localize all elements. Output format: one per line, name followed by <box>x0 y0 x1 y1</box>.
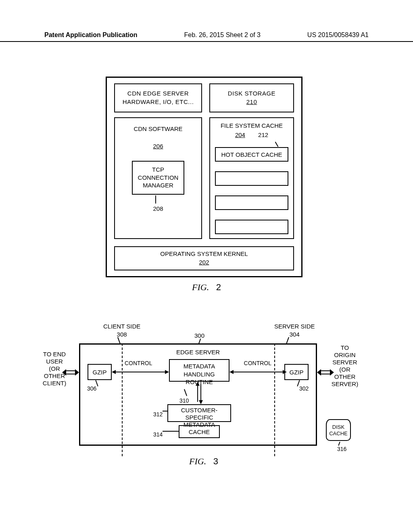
header-right: US 2015/0058439 A1 <box>307 31 369 39</box>
page-header: Patent Application Publication Feb. 26, … <box>0 31 413 42</box>
ref-306: 306 <box>87 385 96 392</box>
os-kernel-label: OPERATING SYSTEM KERNEL <box>115 249 293 258</box>
tcp-ref-leader <box>155 195 156 204</box>
fig3-caption-num: 3 <box>213 456 218 466</box>
os-kernel-ref: 202 <box>115 258 293 266</box>
fig2-caption-prefix: FIG. <box>192 282 209 292</box>
client-side-label: CLIENT SIDE 308 <box>103 322 140 338</box>
cache-box: CACHE <box>179 425 220 438</box>
svg-marker-4 <box>229 370 234 374</box>
cdn-software-label: CDN SOFTWARE <box>115 125 201 132</box>
control-left-arrow-icon <box>112 366 169 378</box>
toend-l5: CLIENT) <box>32 380 77 387</box>
mhr-l1: METADATA <box>170 362 229 370</box>
ref-302: 302 <box>299 385 309 392</box>
toorig-l4: (OR <box>327 366 363 373</box>
toorig-l6: SERVER) <box>327 380 363 388</box>
gzip-client-box: GZIP <box>88 364 112 380</box>
figure-3: CLIENT SIDE 308 SERVER SIDE 304 300 EDGE… <box>44 314 363 472</box>
fig3-caption: FIG. 3 <box>44 456 363 467</box>
tcp-ref: 208 <box>115 205 201 212</box>
tcp-l2: CONNECTION <box>133 174 184 182</box>
hw-line2: HARDWARE, I/O, ETC... <box>115 98 201 106</box>
to-end-user-label: TO END USER (OR OTHER CLIENT) <box>32 351 77 387</box>
ref-312: 312 <box>153 411 163 418</box>
hot-object-cache-box: HOT OBJECT CACHE <box>215 147 288 162</box>
figure-2: CDN EDGE SERVER HARDWARE, I/O, ETC... DI… <box>106 77 302 277</box>
client-side-ref: 308 <box>103 330 140 339</box>
leader-316 <box>338 442 340 446</box>
disk-storage-box: DISK STORAGE 210 <box>209 83 294 112</box>
csm-l1: CUSTOMER-SPECIFIC <box>168 407 230 421</box>
leader-310 <box>184 389 187 396</box>
header-center: Feb. 26, 2015 Sheet 2 of 3 <box>184 31 260 39</box>
svg-marker-8 <box>196 382 200 386</box>
toorig-l3: SERVER <box>327 359 363 366</box>
fig2-caption: FIG. 2 <box>0 282 413 293</box>
toend-l4: OTHER <box>32 372 77 380</box>
server-side-label: SERVER SIDE 304 <box>274 322 315 338</box>
leader-312 <box>163 411 168 411</box>
control-right-arrow-icon <box>229 366 287 378</box>
fig2-mid-row: CDN SOFTWARE 206 TCP CONNECTION MANAGER … <box>114 117 294 239</box>
fig2-top-row: CDN EDGE SERVER HARDWARE, I/O, ETC... DI… <box>114 83 294 112</box>
edge-server-box: EDGE SERVER GZIP GZIP CONTROL CONTROL ME… <box>79 343 317 446</box>
ref-314: 314 <box>153 431 163 438</box>
hot-object-ref: 212 <box>258 131 268 138</box>
server-side-ref: 304 <box>274 330 315 339</box>
fs-cache-label: FILE SYSTEM CACHE <box>210 122 293 129</box>
cdn-edge-server-hw-box: CDN EDGE SERVER HARDWARE, I/O, ETC... <box>114 83 202 112</box>
disk-l1: DISK <box>327 424 350 430</box>
cache-slot-3 <box>215 220 288 234</box>
client-side-text: CLIENT SIDE <box>103 322 140 330</box>
mhr-csm-arrow-icon <box>194 382 204 404</box>
tcp-connection-manager-box: TCP CONNECTION MANAGER <box>132 161 184 195</box>
disk-storage-label: DISK STORAGE <box>210 89 293 98</box>
cache-slot-1 <box>215 171 288 186</box>
fig2-caption-num: 2 <box>216 282 221 292</box>
toorig-l2: ORIGIN <box>327 351 363 359</box>
toorig-l1: TO <box>327 344 363 351</box>
svg-marker-16 <box>317 369 321 376</box>
header-left: Patent Application Publication <box>44 31 138 39</box>
edge-server-label: EDGE SERVER <box>80 349 316 355</box>
metadata-handling-routine-box: METADATA HANDLING ROUTINE <box>169 359 229 382</box>
os-kernel-box: OPERATING SYSTEM KERNEL 202 <box>114 246 294 270</box>
svg-marker-5 <box>283 370 287 374</box>
disk-l2: CACHE <box>327 430 350 437</box>
toorig-l5: OTHER <box>327 373 363 380</box>
ref-316: 316 <box>337 446 346 452</box>
svg-marker-1 <box>112 370 116 374</box>
cdn-software-box: CDN SOFTWARE 206 TCP CONNECTION MANAGER … <box>114 117 202 239</box>
server-side-text: SERVER SIDE <box>274 322 315 330</box>
svg-marker-2 <box>165 370 169 374</box>
fig3-caption-prefix: FIG. <box>189 456 206 466</box>
toend-l3: (OR <box>32 365 77 372</box>
cache-slot-2 <box>215 195 288 210</box>
disk-cache-cylinder: DISK CACHE <box>326 419 351 441</box>
file-system-cache-box: FILE SYSTEM CACHE 204 212 HOT OBJECT CAC… <box>209 117 294 239</box>
cdn-software-ref: 206 <box>115 143 201 150</box>
customer-specific-metadata-box: CUSTOMER-SPECIFIC METADATA <box>167 404 231 422</box>
hw-line1: CDN EDGE SERVER <box>115 89 201 98</box>
toend-l1: TO END <box>32 351 77 358</box>
disk-storage-ref: 210 <box>210 98 293 106</box>
tcp-l1: TCP <box>133 166 184 174</box>
ref-310: 310 <box>179 397 189 404</box>
tcp-l3: MANAGER <box>133 181 184 189</box>
control-right-label: CONTROL <box>244 360 271 366</box>
ref-300: 300 <box>194 332 204 339</box>
gzip-server-box: GZIP <box>284 364 309 380</box>
ref-212-leader <box>275 141 279 147</box>
fs-cache-ref: 204 <box>235 131 245 138</box>
svg-marker-9 <box>199 400 203 404</box>
to-origin-server-label: TO ORIGIN SERVER (OR OTHER SERVER) <box>327 344 363 388</box>
toend-l2: USER <box>32 358 77 365</box>
control-left-label: CONTROL <box>125 360 152 366</box>
leader-314 <box>163 431 179 432</box>
